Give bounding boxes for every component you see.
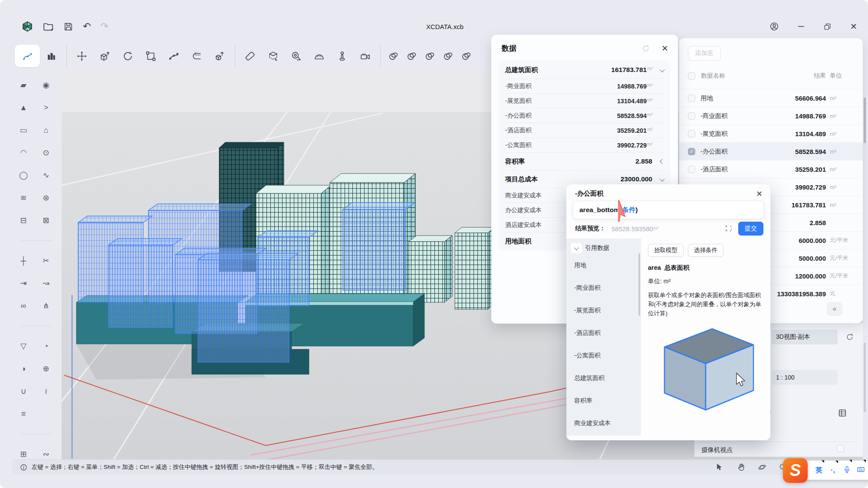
array-tool[interactable] [162,45,185,67]
offset-tool[interactable] [185,45,208,67]
row-checkbox[interactable] [688,130,695,138]
figure-tool[interactable] [331,45,354,67]
protractor-tool[interactable] [308,45,331,67]
view-refresh-icon[interactable] [845,333,854,341]
data-row[interactable]: 总建筑面积161783.781m² [505,61,664,79]
data-row[interactable]: -办公面积58528.594m² [505,108,664,123]
reference-item[interactable]: -酒店面积 [566,322,641,344]
row-checkbox[interactable] [688,112,695,120]
pocket-tool-icon[interactable]: ⊟ [12,209,35,232]
chevron-down-icon[interactable] [660,67,664,72]
section-tool[interactable] [262,45,285,67]
collapse-button[interactable]: « [827,302,842,316]
circle-filled-tool-icon[interactable]: ◉ [35,74,57,96]
redo-icon[interactable]: ↷ [100,21,108,32]
surface-one-tool-icon[interactable]: ◔ [35,335,57,357]
boolean-split-tool[interactable] [457,45,475,67]
select-cursor-icon[interactable] [715,463,724,472]
pick-condition-button[interactable]: 选择条件 [688,244,723,257]
building-tool[interactable] [40,45,63,67]
orbit-icon[interactable] [758,463,766,472]
minimize-button[interactable] [796,22,806,31]
ime-mic-icon[interactable] [840,465,853,475]
popup-close-icon[interactable]: ✕ [756,190,763,198]
lift-box-tool[interactable] [208,45,231,67]
pick-model-button[interactable]: 拾取模型 [648,244,684,257]
submit-button[interactable]: 提交 [738,222,763,236]
push-pull-tool[interactable] [93,45,116,67]
restore-button[interactable] [823,23,832,31]
boolean-union-tool[interactable] [384,45,402,67]
rotate-tool[interactable] [116,45,139,67]
row-checkbox[interactable]: ✓ [688,148,695,155]
arc-tool-icon[interactable]: ◠ [12,141,35,164]
sphere-sketch-tool-icon[interactable]: ⊛ [35,187,57,209]
polygon-outline-tool-icon[interactable]: ⌂ [35,119,57,141]
boolean-trim-tool[interactable] [439,45,457,67]
offset-line-tool-icon[interactable]: ⋔ [35,295,57,317]
reference-item[interactable]: 商业建安成本 [566,412,641,435]
data-row[interactable]: -公寓面积39902.729m² [505,138,664,153]
ime-punctuation-toggle[interactable]: ·, [826,466,839,474]
loft-tool-icon[interactable]: ≋ [12,187,35,209]
reference-item[interactable]: 容积率 [566,390,641,412]
reference-item[interactable]: -展览面积 [566,299,641,322]
reference-item[interactable]: -商业面积 [566,277,641,299]
paint-tool[interactable] [239,45,262,67]
ellipse-tool-icon[interactable]: ◯ [12,164,35,187]
add-row[interactable]: -商业面积14988.769m² [679,107,863,124]
rect-outline-tool-icon[interactable]: ▭ [12,119,35,141]
scale-tool[interactable] [139,45,162,67]
add-row[interactable]: -酒店面积35259.201m² [679,160,863,178]
reference-data-header[interactable]: 引用数据 [571,243,638,253]
save-icon[interactable] [63,22,73,32]
chevron-down-icon[interactable] [660,177,664,181]
account-icon[interactable] [769,22,779,31]
pan-hand-icon[interactable] [737,463,746,472]
axis-tool-icon[interactable]: ┼ [12,249,35,272]
surface-two-tool-icon[interactable]: ◑ [12,357,35,380]
twist-tool-icon[interactable]: ≀ [35,380,57,403]
fillet-tool-icon[interactable]: ↝ [35,272,57,295]
boolean-intersect-tool[interactable] [421,45,439,67]
row-checkbox[interactable] [688,166,695,173]
disk-stack-tool-icon[interactable]: ≡ [12,403,35,425]
data-panel-close-icon[interactable]: ✕ [661,44,668,52]
add-row[interactable]: ✓-办公面积58528.594m² [679,142,863,160]
close-button[interactable]: ✕ [849,22,858,31]
band-tool-icon[interactable]: ∪ [12,380,35,403]
data-row[interactable]: 容积率2.858 [505,153,664,170]
camera-tool[interactable] [354,45,377,67]
extend-tool-icon[interactable]: ⇥ [12,272,35,295]
camera-viewpoint-checkbox[interactable] [837,445,844,452]
add-row[interactable]: -展览面积13104.489m² [679,124,863,142]
ime-logo[interactable]: S [783,458,808,483]
select-all-checkbox[interactable] [688,72,695,80]
add-row[interactable]: 用地56606.964m² [679,89,863,107]
reference-item[interactable]: -公寓面积 [566,344,641,367]
rect-filled-tool-icon[interactable]: ▰ [12,74,35,96]
chevron-left-icon[interactable] [660,159,664,164]
view-name-field[interactable]: 3D视图-副本 [772,330,838,344]
boolean-tool-icon[interactable]: ⊕ [35,357,57,380]
trim-tool-icon[interactable]: ✂ [35,249,57,272]
move-tool[interactable] [70,45,93,67]
circle-center-tool-icon[interactable]: ⊙ [35,141,57,164]
formula-input[interactable]: area_bottom(条件) [573,201,763,219]
scrollbar-right-upper[interactable] [864,98,866,143]
link-tool-icon[interactable]: ∞ [12,295,35,317]
data-row[interactable]: -商业面积14988.769m² [505,79,664,94]
data-row[interactable]: -展览面积13104.489m² [505,94,664,108]
table-icon[interactable] [838,408,847,418]
tape-measure-tool[interactable] [285,45,308,67]
row-checkbox[interactable] [688,95,695,102]
reference-item[interactable]: 总建筑面积 [566,367,641,390]
undo-icon[interactable]: ↶ [83,21,91,32]
reference-list-scrollbar[interactable] [638,253,640,316]
curve-tool[interactable] [15,45,40,67]
cone-tool-icon[interactable]: ▽ [12,335,35,357]
scale-field[interactable]: 1 : 100 [772,370,838,385]
boolean-subtract-tool[interactable] [402,45,421,67]
ime-keyboard-icon[interactable] [854,465,867,475]
reference-item[interactable]: 用地 [566,254,641,277]
